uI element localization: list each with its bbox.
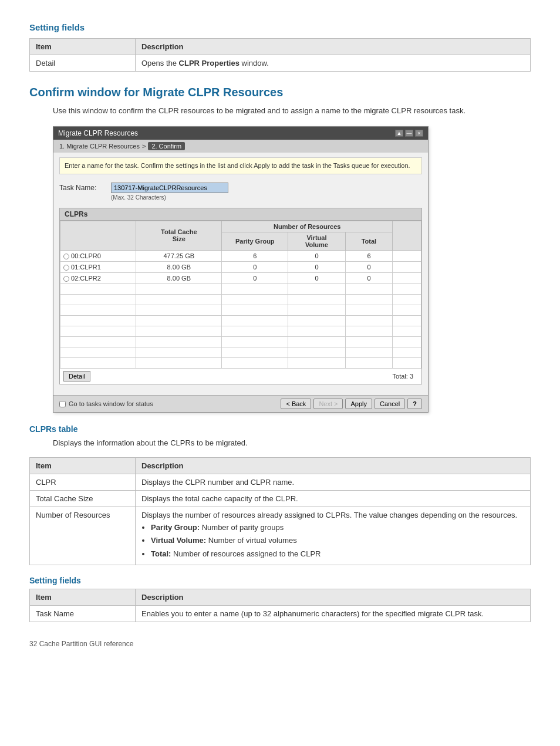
total-label: Total: 3 <box>388 371 418 382</box>
desc-prefix: Opens the <box>141 59 179 67</box>
th-virtual-volume: VirtualVolume <box>288 232 345 250</box>
bullet-1-text: Number of virtual volumes <box>206 536 297 545</box>
clprs-section: CLPRs Total CacheSize Number of Resource… <box>59 208 422 384</box>
page-footer-text: 32 Cache Partition GUI reference <box>29 640 133 648</box>
confirm-description: Use this window to confirm the CLPR reso… <box>53 105 531 117</box>
clprs-table: Total CacheSize Number of Resources Pari… <box>60 221 421 369</box>
clprs-table-description: Displays the information about the CLPRs… <box>53 437 531 449</box>
th-number-of-resources: Number of Resources <box>222 221 393 232</box>
dialog-breadcrumb: 1. Migrate CLPR Resources > 2. Confirm <box>53 140 428 153</box>
desc-bold: CLPR Properties <box>179 59 239 67</box>
extra-cell-2 <box>393 273 421 284</box>
desc-num-resources: Displays the number of resources already… <box>136 507 531 565</box>
radio-1[interactable] <box>63 265 69 271</box>
task-name-input-wrap: (Max. 32 Characters) <box>111 183 228 201</box>
dialog-notice: Enter a name for the task. Confirm the s… <box>59 157 422 174</box>
virtual-cell-2: 0 <box>288 273 345 284</box>
clpr-row-0: 00:CLPR0 477.25 GB 6 0 6 <box>60 250 421 261</box>
setting-fields-bottom-section: Setting fields Item Description Task Nam… <box>29 576 531 622</box>
clpr-row-1: 01:CLPR1 8.00 GB 0 0 0 <box>60 261 421 272</box>
detail-button[interactable]: Detail <box>63 371 90 382</box>
setting-fields-top-heading: Setting fields <box>29 22 531 32</box>
bullet-1: Virtual Volume: Number of virtual volume… <box>151 535 524 546</box>
th-total: Total <box>345 232 393 250</box>
dialog-footer: Go to tasks window for status < Back Nex… <box>53 395 428 412</box>
total-cell-0: 6 <box>345 250 393 261</box>
detail-total-row: Detail Total: 3 <box>60 369 421 384</box>
item-task-name: Task Name <box>30 606 136 622</box>
back-button[interactable]: < Back <box>281 399 311 409</box>
col-description-header-2: Description <box>136 457 531 474</box>
bullet-0-text: Number of parity groups <box>200 523 284 532</box>
titlebar-icon-1[interactable]: ▲ <box>395 130 403 137</box>
col-description-header-3: Description <box>136 589 531 606</box>
goto-tasks-label: Go to tasks window for status <box>69 400 153 407</box>
clprs-table-section: CLPRs table Displays the information abo… <box>29 424 531 565</box>
empty-row <box>60 316 421 326</box>
empty-row <box>60 284 421 295</box>
bullet-list: Parity Group: Number of parity groups Vi… <box>151 522 524 560</box>
next-button[interactable]: Next > <box>313 399 343 409</box>
clprs-table-heading: CLPRs table <box>29 424 531 434</box>
dialog-title: Migrate CLPR Resources <box>58 129 138 137</box>
page-footer: 32 Cache Partition GUI reference <box>29 640 531 648</box>
radio-0[interactable] <box>63 254 69 259</box>
table-row: CLPR Displays the CLPR number and CLPR n… <box>30 474 531 490</box>
extra-cell-1 <box>393 261 421 272</box>
clpr-cell-0: 00:CLPR0 <box>60 250 136 261</box>
table-row: Detail Opens the CLPR Properties window. <box>30 55 531 72</box>
th-clpr <box>60 221 136 250</box>
setting-fields-bottom-table: Item Description Task Name Enables you t… <box>29 589 531 622</box>
apply-button[interactable]: Apply <box>345 399 372 409</box>
clprs-header: CLPRs <box>60 208 421 221</box>
footer-right: < Back Next > Apply Cancel ? <box>281 399 422 409</box>
bullet-0-bold: Parity Group: <box>151 523 200 532</box>
migrate-clpr-dialog: Migrate CLPR Resources ▲ — × 1. Migrate … <box>53 126 429 413</box>
extra-cell-0 <box>393 250 421 261</box>
total-cell-2: 0 <box>345 273 393 284</box>
bullet-0: Parity Group: Number of parity groups <box>151 522 524 534</box>
th-parity-group: Parity Group <box>222 232 288 250</box>
clpr-cell-2: 02:CLPR2 <box>60 273 136 284</box>
bullet-2-bold: Total: <box>151 549 171 558</box>
desc-total-cache: Displays the total cache capacity of the… <box>136 490 531 507</box>
col-description-header: Description <box>136 39 531 55</box>
setting-fields-bottom-heading: Setting fields <box>29 576 531 585</box>
titlebar-minimize[interactable]: — <box>405 130 413 137</box>
dialog-body: Task Name: (Max. 32 Characters) CLPRs To… <box>53 179 428 395</box>
parity-cell-1: 0 <box>222 261 288 272</box>
clprs-info-table: Item Description CLPR Displays the CLPR … <box>29 457 531 566</box>
bullet-1-bold: Virtual Volume: <box>151 536 206 545</box>
cache-cell-2: 8.00 GB <box>136 273 222 284</box>
titlebar-close[interactable]: × <box>415 130 423 137</box>
task-name-hint: (Max. 32 Characters) <box>111 194 228 201</box>
empty-row <box>60 337 421 347</box>
goto-tasks-checkbox[interactable] <box>59 401 66 407</box>
desc-num-resources-text: Displays the number of resources already… <box>141 511 517 519</box>
desc-task-name: Enables you to enter a name (up to 32 al… <box>136 606 531 622</box>
table-row: Total Cache Size Displays the total cach… <box>30 490 531 507</box>
breadcrumb-step1: 1. Migrate CLPR Resources <box>59 143 140 150</box>
empty-row <box>60 326 421 337</box>
radio-2[interactable] <box>63 276 69 282</box>
virtual-cell-1: 0 <box>288 261 345 272</box>
total-cell-1: 0 <box>345 261 393 272</box>
footer-left: Go to tasks window for status <box>59 400 153 407</box>
bullet-2-text: Number of resources assigned to the CLPR <box>171 549 321 558</box>
col-item-header-3: Item <box>30 589 136 606</box>
description-cell: Opens the CLPR Properties window. <box>136 55 531 72</box>
item-num-resources: Number of Resources <box>30 507 136 565</box>
cancel-button[interactable]: Cancel <box>375 399 405 409</box>
confirm-section: Confirm window for Migrate CLPR Resource… <box>29 86 531 413</box>
table-row: Task Name Enables you to enter a name (u… <box>30 606 531 622</box>
breadcrumb-separator: > <box>142 143 146 150</box>
virtual-cell-0: 0 <box>288 250 345 261</box>
desc-clpr: Displays the CLPR number and CLPR name. <box>136 474 531 490</box>
item-cell: Detail <box>30 55 136 72</box>
dialog-titlebar: Migrate CLPR Resources ▲ — × <box>53 127 428 140</box>
help-button[interactable]: ? <box>407 399 422 409</box>
task-name-row: Task Name: (Max. 32 Characters) <box>59 183 422 201</box>
task-name-input[interactable] <box>111 183 228 193</box>
bullet-2: Total: Number of resources assigned to t… <box>151 548 524 560</box>
table-row: Number of Resources Displays the number … <box>30 507 531 565</box>
